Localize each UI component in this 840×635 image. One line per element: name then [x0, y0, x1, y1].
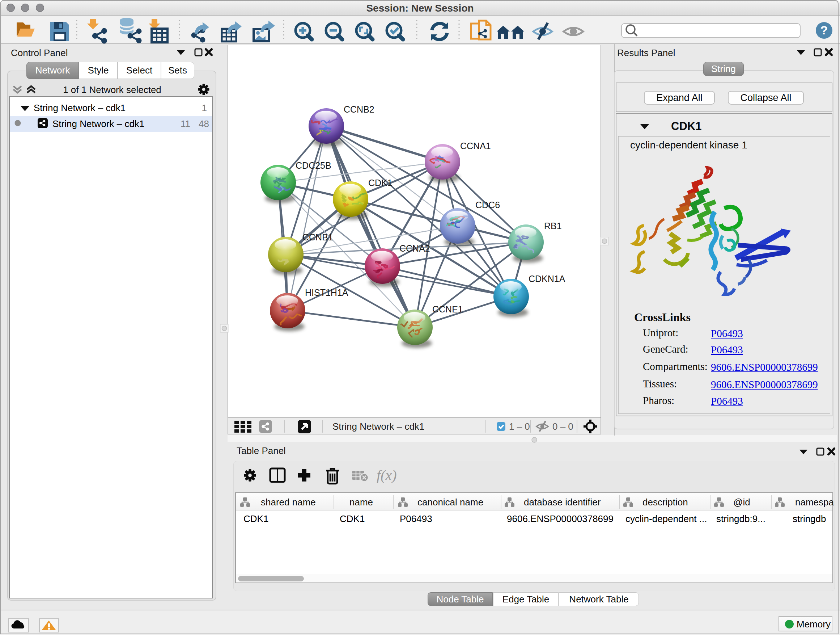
- svg-text:f(x): f(x): [377, 467, 397, 483]
- svg-text:CCNB1: CCNB1: [302, 232, 333, 242]
- svg-text:name: name: [349, 497, 373, 508]
- svg-text:String Network – cdk1: String Network – cdk1: [332, 421, 424, 432]
- svg-text:stringdb:9...: stringdb:9...: [716, 513, 766, 524]
- svg-text:CCNB2: CCNB2: [344, 104, 374, 114]
- svg-text:9606.ENSP00000378699: 9606.ENSP00000378699: [507, 513, 614, 524]
- svg-text:P06493: P06493: [400, 513, 432, 524]
- svg-text:CCNA1: CCNA1: [460, 141, 491, 151]
- svg-text:CDK1: CDK1: [243, 513, 268, 524]
- svg-text:CCNA2: CCNA2: [399, 243, 430, 253]
- svg-text:CDC25B: CDC25B: [295, 160, 332, 171]
- svg-text:CDC6: CDC6: [475, 200, 500, 210]
- svg-text:shared name: shared name: [261, 497, 316, 508]
- svg-text:CCNE1: CCNE1: [432, 304, 463, 314]
- svg-text:database identifier: database identifier: [524, 497, 601, 508]
- svg-text:?: ?: [821, 23, 828, 37]
- svg-text:cyclin-dependent ...: cyclin-dependent ...: [625, 513, 707, 524]
- svg-text:namespac: namespac: [795, 497, 834, 508]
- svg-text:0 – 0: 0 – 0: [553, 421, 573, 432]
- svg-text:CDK1: CDK1: [340, 513, 365, 524]
- svg-text:CDK1: CDK1: [368, 178, 393, 188]
- svg-text:CDKN1A: CDKN1A: [529, 274, 565, 284]
- svg-text:@id: @id: [733, 497, 750, 508]
- svg-text:1 – 0: 1 – 0: [509, 421, 530, 432]
- svg-text:canonical name: canonical name: [417, 497, 483, 508]
- svg-text:description: description: [643, 497, 688, 508]
- svg-text:RB1: RB1: [544, 221, 562, 231]
- svg-text:HIST1H1A: HIST1H1A: [305, 287, 348, 298]
- svg-text:stringdb: stringdb: [793, 513, 826, 524]
